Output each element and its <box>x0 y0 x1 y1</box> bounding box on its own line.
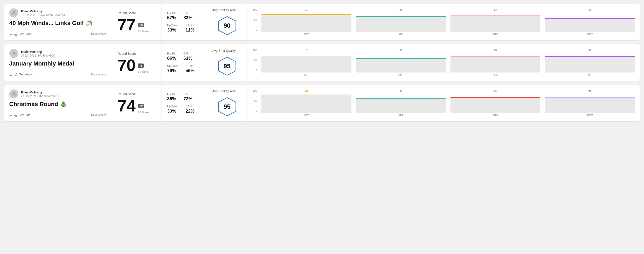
score-badge: +2 <box>138 104 144 108</box>
score-number: 77 <box>118 17 136 33</box>
gir-value: 61% <box>184 56 192 61</box>
oneputt-label: 1 Putt <box>186 24 194 27</box>
bar-value-label: 87 <box>400 90 402 92</box>
y-axis-label: 0 <box>256 29 257 31</box>
bar-value-label: 95 <box>494 90 497 92</box>
hexagon-container: 90 <box>217 15 237 36</box>
data-source: Data: Arccos <box>91 32 106 36</box>
y-axis-label: 100 <box>253 49 257 52</box>
stat-gir: GIR 61% <box>184 52 192 61</box>
stats-row-bottom: Up/Down 33% 1 Putt 22% <box>167 105 201 114</box>
card-quality-section: Avg Shot Quality 95 <box>207 44 248 81</box>
weather-icon: ☁ <box>9 73 12 76</box>
player-date-course: 12 Feb 2022 · Royal North Devon GC <box>21 13 66 17</box>
score-main: 77 +5 18 Holes <box>118 17 156 33</box>
chart-bar-group: 96 ARG <box>450 49 540 76</box>
card-chart-section: 100500 107 OTT 95 APP <box>248 4 640 40</box>
gir-label: GIR <box>184 11 192 15</box>
fw-hit-value: 86% <box>167 56 176 61</box>
player-date-course: 29 Jan 2022 · Mill Ride GCC <box>21 54 55 57</box>
chart-bar-group: 99 PUTT <box>545 49 635 76</box>
oneputt-label: 1 Putt <box>186 64 194 68</box>
round-title: 40 Mph Winds... Links Golf 🪃 <box>9 20 106 26</box>
oneputt-value: 56% <box>186 68 194 73</box>
chart-bar-group: 101 OTT <box>262 49 352 76</box>
score-number: 74 <box>118 98 136 114</box>
hexagon: 95 <box>217 97 237 117</box>
chart-bar-group: 98 ARG <box>450 8 540 36</box>
bar-value-label: 93 <box>588 90 591 92</box>
bar-value-label: 107 <box>304 8 308 11</box>
stat-oneputt: 1 Putt 56% <box>186 64 194 73</box>
tee-info: ☁ ⛳ Tee: Black <box>9 32 31 36</box>
updown-label: Up/Down <box>167 64 178 68</box>
score-main: 74 +2 18 Holes <box>118 98 156 114</box>
y-axis-label: 0 <box>256 69 257 72</box>
card-score-section: Round Score 70 -2 18 Holes <box>112 44 162 81</box>
quality-value: 95 <box>224 103 230 110</box>
stat-fw-hit: FW Hit 57% <box>167 11 176 20</box>
chart-bar-group: 95 ARG <box>450 90 540 117</box>
gir-value: 83% <box>184 15 192 20</box>
chart-bar-group: 82 PUTT <box>545 8 635 36</box>
score-number: 70 <box>118 57 136 73</box>
bag-icon: ⛳ <box>14 73 18 76</box>
bar-category-label: APP <box>398 73 403 76</box>
player-name: Blair McHarg <box>21 50 55 54</box>
bar-category-label: OTT <box>304 73 309 76</box>
stat-fw-hit: FW Hit 36% <box>167 93 176 101</box>
chart-bar-group: 93 PUTT <box>545 90 635 117</box>
score-label: Round Score <box>118 92 156 96</box>
oneputt-label: 1 Putt <box>186 105 194 108</box>
bar-category-label: OTT <box>304 33 309 36</box>
gir-label: GIR <box>184 52 192 55</box>
updown-value: 33% <box>167 27 178 33</box>
y-axis-label: 100 <box>253 90 257 92</box>
bar-value-label: 96 <box>494 49 497 52</box>
quality-value: 95 <box>224 63 230 70</box>
oneputt-value: 11% <box>186 27 194 33</box>
hexagon: 95 <box>217 56 237 76</box>
card-left-section: Blair McHarg 12 Feb 2022 · Royal North D… <box>4 4 112 40</box>
fw-hit-value: 36% <box>167 96 176 101</box>
card-chart-section: 100500 110 OTT 87 APP <box>248 85 640 121</box>
chart-bar-group: 95 APP <box>356 8 446 36</box>
avatar <box>9 8 18 17</box>
card-stats-section: FW Hit 57% GIR 83% Up/Down 33% 1 Putt <box>162 4 207 40</box>
score-holes: 18 Holes <box>138 29 149 33</box>
bag-icon: ⛳ <box>14 32 18 36</box>
updown-label: Up/Down <box>167 105 178 108</box>
bar-category-label: ARG <box>493 33 498 36</box>
stat-updown: Up/Down 33% <box>167 24 178 33</box>
score-label: Round Score <box>118 52 156 55</box>
chart-bar-group: 86 APP <box>356 49 446 76</box>
card-footer: ☁ ⛳ Tee: Blue Data: Arccos <box>9 113 106 117</box>
bar-value-label: 95 <box>400 8 402 11</box>
bag-icon: ⛳ <box>14 113 18 117</box>
bar-category-label: PUTT <box>586 114 593 117</box>
player-name: Blair McHarg <box>21 9 66 13</box>
player-info: Blair McHarg 29 Jan 2022 · Mill Ride GCC <box>9 49 106 58</box>
y-axis-label: 0 <box>256 110 257 112</box>
weather-icon: ☁ <box>9 32 12 36</box>
card-stats-section: FW Hit 36% GIR 72% Up/Down 33% 1 Putt <box>162 85 207 121</box>
card-footer: ☁ ⛳ Tee: Black Data: Arccos <box>9 32 106 36</box>
y-axis-label: 50 <box>254 59 257 62</box>
score-label: Round Score <box>118 11 156 15</box>
quality-label: Avg Shot Quality <box>212 49 236 52</box>
avatar <box>9 49 18 58</box>
bar-category-label: APP <box>398 33 403 36</box>
fw-hit-value: 57% <box>167 15 176 20</box>
bar-value-label: 110 <box>304 90 308 92</box>
bar-category-label: APP <box>398 114 403 117</box>
stat-gir: GIR 83% <box>184 11 192 20</box>
bar-category-label: PUTT <box>586 33 593 36</box>
svg-point-4 <box>13 92 14 94</box>
stat-updown: Up/Down 33% <box>167 105 178 114</box>
bar-category-label: ARG <box>493 114 498 117</box>
bar-value-label: 86 <box>400 49 402 52</box>
hexagon: 90 <box>217 15 237 36</box>
card-score-section: Round Score 74 +2 18 Holes <box>112 85 162 121</box>
chart-bar-group: 87 APP <box>356 90 446 117</box>
svg-point-2 <box>13 52 14 53</box>
